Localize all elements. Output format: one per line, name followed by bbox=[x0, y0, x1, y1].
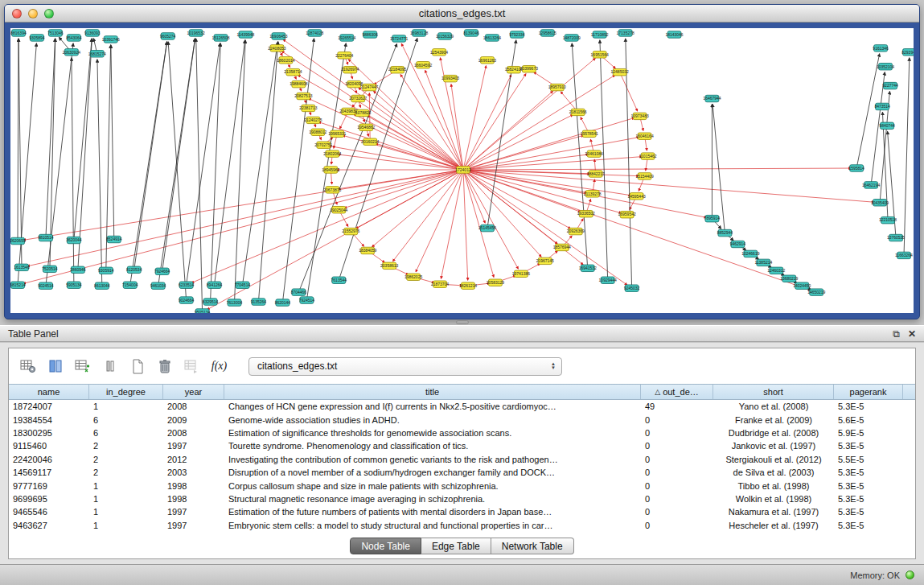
graph-node[interactable]: 15145456 bbox=[478, 225, 496, 231]
graph-node[interactable]: 7613544 bbox=[331, 277, 347, 283]
tab-node-table[interactable]: Node Table bbox=[350, 538, 421, 554]
graph-node[interactable]: 10973483 bbox=[631, 113, 649, 119]
graph-node[interactable]: 22408053 bbox=[268, 45, 285, 51]
graph-node[interactable]: 7704514 bbox=[235, 282, 251, 288]
graph-node[interactable]: 2620655 bbox=[10, 237, 26, 244]
cell-year[interactable]: 1997 bbox=[163, 507, 224, 517]
graph-node[interactable]: 7924664 bbox=[154, 268, 170, 274]
graph-node[interactable]: 20702751 bbox=[314, 142, 332, 148]
graph-node[interactable]: 19336502 bbox=[577, 210, 595, 216]
graph-node[interactable]: 18143046 bbox=[665, 31, 683, 38]
graph-node[interactable]: 19265514 bbox=[338, 35, 355, 41]
graph-node[interactable]: 9792334 bbox=[509, 31, 525, 38]
cell-year[interactable]: 2008 bbox=[163, 402, 224, 411]
import-table-button[interactable] bbox=[181, 356, 203, 377]
graph-node[interactable]: 9810514 bbox=[38, 234, 54, 241]
graph-node[interactable]: 9461034 bbox=[150, 282, 166, 289]
graph-node[interactable]: 8329514 bbox=[203, 299, 219, 305]
graph-node[interactable]: 10391746 bbox=[102, 36, 120, 43]
table-mode-button[interactable] bbox=[17, 356, 39, 377]
cell-short[interactable]: Stergiakouli et al. (2012) bbox=[713, 455, 834, 464]
graph-node[interactable]: 20827513 bbox=[294, 93, 312, 99]
cell-out_degree[interactable]: 0 bbox=[641, 521, 713, 530]
cell-pagerank[interactable]: 5.3E-5 bbox=[834, 481, 903, 491]
cell-title[interactable]: Structural magnetic resonance image aver… bbox=[224, 494, 641, 504]
graph-node[interactable]: 8941264 bbox=[207, 282, 223, 288]
cell-year[interactable]: 2008 bbox=[163, 428, 224, 438]
graph-node[interactable]: 16951564 bbox=[591, 51, 609, 58]
column-header-in-degree[interactable]: in_degree bbox=[89, 385, 163, 399]
graph-node[interactable]: 8704466 bbox=[291, 289, 307, 295]
delete-table-button[interactable] bbox=[154, 356, 175, 377]
graph-node[interactable]: 20630924 bbox=[63, 49, 80, 56]
cell-in_degree[interactable]: 2 bbox=[89, 468, 163, 477]
graph-node[interactable]: 16983128 bbox=[410, 30, 428, 36]
graph-node[interactable]: 1613546 bbox=[14, 264, 30, 270]
cell-year[interactable]: 1998 bbox=[163, 494, 224, 504]
graph-node[interactable]: 18613264 bbox=[483, 35, 501, 41]
graph-node[interactable]: 22184095 bbox=[388, 66, 406, 72]
cell-in_degree[interactable]: 2 bbox=[89, 455, 163, 464]
graph-node[interactable]: 20439832 bbox=[339, 108, 357, 114]
graph-node[interactable]: 12958615 bbox=[539, 30, 556, 36]
graph-node[interactable]: 19546862 bbox=[357, 124, 375, 130]
cell-pagerank[interactable]: 5.5E-5 bbox=[834, 455, 903, 464]
graph-node[interactable]: 21552976 bbox=[342, 228, 359, 234]
graph-node[interactable]: 18957910 bbox=[548, 84, 566, 90]
graph-node[interactable]: 9462914 bbox=[730, 241, 746, 247]
graph-node[interactable]: 8139046 bbox=[463, 30, 479, 36]
graph-node[interactable]: 21139278 bbox=[584, 191, 602, 197]
memory-ok-icon[interactable] bbox=[906, 571, 914, 579]
close-panel-icon[interactable]: ✕ bbox=[908, 329, 916, 339]
float-panel-icon[interactable]: ⧉ bbox=[893, 329, 900, 339]
cell-name[interactable]: 14569117 bbox=[9, 468, 89, 477]
cell-out_degree[interactable]: 0 bbox=[641, 494, 713, 504]
cell-out_degree[interactable]: 0 bbox=[641, 428, 713, 438]
table-row[interactable]: 977716911998Corpus callosum shape and si… bbox=[9, 479, 915, 492]
cell-title[interactable]: Investigating the contribution of common… bbox=[224, 455, 641, 464]
cell-short[interactable]: de Silva et al. (2003) bbox=[713, 468, 834, 477]
function-builder-button[interactable]: f(x) bbox=[208, 356, 230, 377]
graph-node[interactable]: 9135264 bbox=[251, 299, 267, 305]
graph-node[interactable]: 2860946 bbox=[70, 266, 86, 273]
cell-title[interactable]: Estimation of significance thresholds fo… bbox=[224, 428, 641, 438]
cell-pagerank[interactable]: 5.3E-5 bbox=[834, 521, 903, 530]
graph-node[interactable]: 16467944 bbox=[703, 95, 721, 101]
cell-pagerank[interactable]: 5.3E-5 bbox=[834, 402, 903, 411]
table-row[interactable]: 911546021997Tourette syndrome. Phenomeno… bbox=[9, 439, 915, 452]
graph-node[interactable]: 19578541 bbox=[581, 130, 598, 137]
panel-divider-grip[interactable] bbox=[456, 320, 469, 324]
cell-pagerank[interactable]: 5.9E-5 bbox=[834, 428, 903, 438]
graph-node[interactable]: 7154004 bbox=[122, 282, 138, 288]
graph-node[interactable]: 17135278 bbox=[617, 30, 634, 36]
cell-title[interactable]: Corpus callosum shape and size in male p… bbox=[224, 481, 641, 491]
cell-name[interactable]: 19384554 bbox=[9, 415, 89, 425]
cell-pagerank[interactable]: 5.6E-5 bbox=[834, 415, 903, 425]
show-columns-button[interactable] bbox=[44, 356, 66, 377]
graph-node[interactable]: 11385214 bbox=[754, 259, 772, 266]
graph-node[interactable]: 3620044 bbox=[66, 237, 82, 243]
graph-node[interactable]: 9227744 bbox=[882, 82, 898, 89]
graph-node[interactable]: 15154409 bbox=[636, 173, 654, 179]
graph-node[interactable]: 19088012 bbox=[309, 129, 326, 135]
tab-network-table[interactable]: Network Table bbox=[491, 538, 574, 554]
graph-node[interactable]: 12485032 bbox=[611, 68, 629, 75]
table-row[interactable]: 1872400712008Changes of HCN gene express… bbox=[9, 400, 915, 413]
graph-node[interactable]: 16815274 bbox=[88, 51, 106, 57]
table-row[interactable]: 946554611997Estimation of the future num… bbox=[9, 505, 915, 518]
graph-node[interactable]: 8816394 bbox=[10, 30, 27, 36]
graph-node[interactable]: 9505134 bbox=[195, 309, 211, 313]
graph-node[interactable]: 1724012 bbox=[455, 167, 471, 173]
graph-node[interactable]: 7924514 bbox=[299, 297, 315, 303]
cell-year[interactable]: 2012 bbox=[163, 455, 224, 464]
graph-node[interactable]: 20160214 bbox=[361, 138, 379, 145]
cell-title[interactable]: Embryonic stem cells: a model to study s… bbox=[224, 521, 641, 530]
cell-out_degree[interactable]: 0 bbox=[641, 507, 713, 517]
cell-out_degree[interactable]: 0 bbox=[641, 415, 713, 425]
close-window-button[interactable] bbox=[12, 9, 22, 19]
cell-title[interactable]: Changes of HCN gene expression and I(f) … bbox=[224, 402, 641, 411]
graph-node[interactable]: 21247447 bbox=[360, 84, 378, 90]
cell-short[interactable]: Wolkin et al. (1998) bbox=[713, 494, 834, 504]
column-header-name[interactable]: name bbox=[9, 385, 89, 399]
graph-node[interactable]: 19025044 bbox=[330, 206, 347, 212]
